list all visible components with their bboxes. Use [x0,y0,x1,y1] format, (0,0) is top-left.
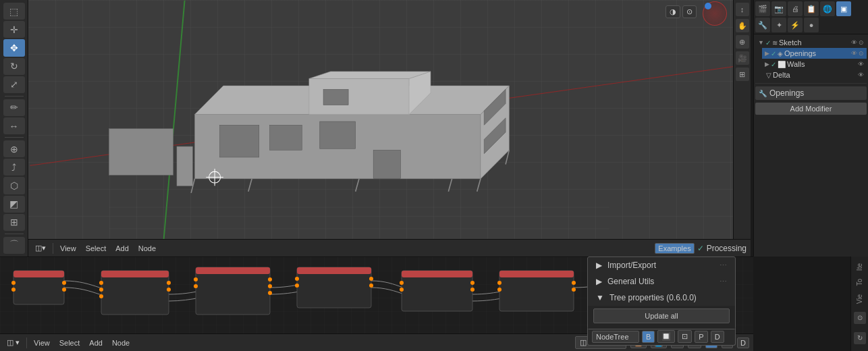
svg-point-55 [369,284,373,288]
toolbar-sep-2 [5,137,24,138]
svg-point-48 [268,284,272,288]
vp-menu-select[interactable]: Select [83,243,109,254]
openings-render-icon[interactable]: ⊙ [859,50,864,57]
sketch-label: Sketch [779,38,802,47]
svg-rect-31 [13,271,64,277]
toolbar-btn-cursor[interactable]: ✛ [3,21,25,38]
sketch-eye-icon[interactable]: 👁 [851,39,857,46]
dropdown-item-tree-props[interactable]: ▼ Tree properties (0.6.0.0) [588,290,735,306]
node-menu-node[interactable]: Node [109,338,132,348]
vp-btn-hand[interactable]: ✋ [736,19,749,32]
sketch-cam-icon[interactable]: ⊙ [859,39,864,46]
nodetree-icon-1[interactable]: 🔲 [657,330,675,343]
nodetree-input[interactable] [592,331,639,343]
props-tab-render[interactable]: 📷 [771,1,786,16]
checkbox-openings: ✓ [771,50,776,57]
toolbar-btn-move[interactable]: ✥ [3,39,25,56]
props-tab-scene[interactable]: 🎬 [755,1,770,16]
vp-mode-selector[interactable]: ◫▾ [32,242,49,254]
outliner-item-openings[interactable]: ▶ ✓ ◈ Openings 👁 ⊙ [762,48,867,59]
outliner-item-delta[interactable]: ▽ Delta 👁 [762,70,867,80]
toolbar-btn-extrude[interactable]: ⤴ [3,159,25,176]
svg-point-45 [194,277,198,281]
delta-eye-icon[interactable]: 👁 [858,72,864,78]
toolbar-btn-measure[interactable]: ↔ [3,117,25,134]
toolbar-btn-scale[interactable]: ⤢ [3,76,25,93]
viewport-dot-indicator [705,3,711,9]
props-tab-particles[interactable]: ✦ [771,18,786,32]
building-model [96,0,622,243]
toolbar-btn-annotate[interactable]: ✏ [3,99,25,116]
props-tab-modifier[interactable]: 🔧 [755,18,770,32]
examples-btn[interactable]: Examples [655,243,694,254]
toolbar-sep-3 [5,234,24,234]
general-utils-arrow: ▶ [596,277,602,286]
svg-rect-43 [196,267,270,315]
vp-btn-grid[interactable]: ⊞ [736,68,749,81]
svg-marker-7 [309,72,431,79]
openings-label: Openings [784,49,816,57]
side-label-ite[interactable]: Ite [856,263,863,271]
svg-rect-44 [196,267,270,274]
svg-rect-51 [297,267,371,274]
props-tab-physics[interactable]: ⚡ [788,18,803,32]
viewport-right-icons: ↕ ✋ ⊕ 🎥 ⊞ [733,0,751,239]
node-menu-view[interactable]: View [31,338,53,348]
toolbar-btn-loop-cut[interactable]: ⊞ [3,214,25,231]
nodetree-btn-p[interactable]: P [695,331,707,343]
vp-btn-move[interactable]: ↕ [736,3,749,16]
vp-btn-zoom[interactable]: ⊕ [736,35,749,49]
toolbar-btn-add[interactable]: ⊕ [3,140,25,157]
toolbar-btn-select-box[interactable]: ⬚ [3,3,25,20]
props-tab-object[interactable]: ▣ [836,1,851,16]
checkmark-icon: ✓ [697,244,704,253]
svg-point-54 [369,277,373,281]
dropdown-item-general-utils[interactable]: ▶ General Utils ⋯ [588,273,735,290]
node-menu-select[interactable]: Select [57,338,83,348]
props-tab-world[interactable]: 🌐 [820,1,835,16]
add-modifier-button[interactable]: Add Modifier [755,103,867,115]
openings-eye-icon[interactable]: 👁 [851,50,857,57]
svg-point-39 [99,288,103,292]
toolbar-btn-inset[interactable]: ⬡ [3,177,25,194]
side-label-vie[interactable]: Vie [856,294,863,304]
side-icon-2[interactable]: ↻ [854,332,866,344]
svg-rect-9 [270,125,302,150]
viewport-shading-btn[interactable]: ◑ [666,5,680,18]
side-icon-1[interactable]: ⊙ [854,312,866,324]
svg-rect-16 [177,146,192,186]
svg-point-40 [99,294,103,298]
update-all-button[interactable]: Update all [593,308,730,323]
dropdown-item-import-export[interactable]: ▶ Import/Export ⋯ [588,257,735,273]
props-tab-output[interactable]: 🖨 [788,1,803,16]
node-mode-selector[interactable]: ◫ ▾ [4,337,22,348]
vp-btn-camera[interactable]: 🎥 [736,51,749,65]
props-tab-viewlayer[interactable]: 📋 [804,1,819,16]
svg-line-24 [248,179,252,192]
node-btn-d[interactable]: D [737,338,749,348]
outliner-item-sketch[interactable]: ▼ ✓ ≋ Sketch 👁 ⊙ [755,37,867,48]
props-tab-material[interactable]: ● [804,18,819,32]
vp-menu-view[interactable]: View [57,243,79,254]
side-label-to[interactable]: To [856,279,863,286]
viewport-3d[interactable]: ◑ ⊙ [28,0,751,256]
walls-eye-icon[interactable]: 👁 [858,61,864,68]
outliner-item-walls[interactable]: ▶ ✓ ⬜ Walls 👁 [762,59,867,70]
node-side-labels: Ite To Vie ⊙ ↻ [850,256,868,351]
general-utils-label: General Utils [607,277,654,286]
vp-menu-node[interactable]: Node [136,243,159,254]
toolbar-btn-smooth[interactable]: ⌒ [3,237,25,254]
import-export-shortcut: ⋯ [720,261,727,270]
viewport-bottom-toolbar: ◫▾ View Select Add Node Examples ✓ Proce… [28,239,751,256]
nodetree-btn-d[interactable]: D [711,331,724,343]
toolbar-btn-bevel[interactable]: ◩ [3,196,25,213]
examples-dropdown: ▶ Import/Export ⋯ ▶ General Utils ⋯ ▼ Tr… [587,256,736,329]
nodetree-icon-2[interactable]: ⊡ [678,330,692,343]
toolbar-btn-rotate[interactable]: ↻ [3,58,25,75]
nodetree-btn-b[interactable]: B [642,331,655,343]
viewport-overlay-btn[interactable]: ⊙ [682,5,697,18]
vp-menu-add[interactable]: Add [113,243,132,254]
node-menu-add[interactable]: Add [86,338,105,348]
import-export-label: Import/Export [607,261,656,270]
svg-rect-11 [373,150,400,178]
